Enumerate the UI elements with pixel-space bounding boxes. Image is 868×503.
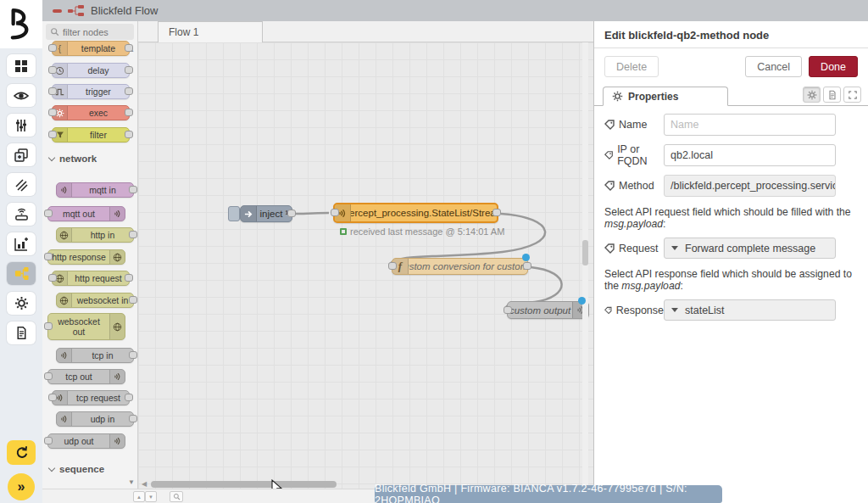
tab-properties[interactable]: Properties (603, 87, 728, 106)
node-port[interactable] (129, 351, 137, 359)
app-root: Blickfeld Flow (0, 0, 868, 503)
node-port[interactable] (125, 66, 133, 74)
node-port[interactable] (125, 87, 133, 95)
palette-category-sequence[interactable]: sequence (49, 464, 104, 474)
node-port[interactable] (48, 131, 57, 138)
palette-node-tcp-out[interactable]: tcp out (47, 369, 125, 384)
node-port[interactable] (48, 394, 57, 401)
settings-button[interactable] (7, 292, 36, 315)
palette-node-filter[interactable]: filter (52, 127, 130, 143)
canvas-horizontal-scrollbar-thumb[interactable] (151, 481, 337, 488)
palette-node-http-response[interactable]: http response (47, 249, 125, 265)
expand-editor-button[interactable] (843, 87, 861, 103)
search-flows-button[interactable] (170, 491, 183, 502)
canvas-node-custom-output[interactable]: custom output (507, 301, 589, 319)
signal-icon (109, 207, 125, 221)
palette-node-mqtt-out[interactable]: mqtt out (47, 206, 125, 221)
inject-trigger-button[interactable] (228, 206, 240, 221)
palette-node-exec[interactable]: exec (52, 105, 130, 120)
gear-icon (807, 90, 817, 100)
scroll-left-icon[interactable]: ◀ (142, 480, 147, 488)
flow-editor-button[interactable] (7, 262, 36, 285)
node-port[interactable] (48, 66, 57, 74)
expand-sidebar-button[interactable]: » (8, 473, 35, 500)
dashboard-button[interactable] (7, 54, 36, 77)
node-port[interactable] (287, 210, 296, 217)
node-port[interactable] (388, 262, 397, 270)
node-port[interactable] (48, 44, 57, 52)
canvas-node-percept-method[interactable]: percept_processing.StateList/Stream (333, 203, 498, 223)
refresh-button[interactable] (7, 440, 36, 465)
palette-node-websocket-in[interactable]: websocket in (56, 293, 134, 308)
palette-node-template[interactable]: { template (52, 41, 130, 56)
node-port[interactable] (125, 131, 133, 138)
double-chevron-icon: » (18, 479, 25, 495)
node-port[interactable] (44, 437, 53, 444)
device-button[interactable] (7, 203, 36, 226)
node-port[interactable] (492, 209, 501, 216)
node-port[interactable] (48, 87, 57, 95)
host-input[interactable] (664, 144, 836, 166)
tune-button[interactable] (7, 114, 36, 137)
palette-search-input[interactable] (63, 27, 129, 37)
palette-node-delay[interactable]: delay (52, 63, 130, 78)
palette-node-mqtt-in[interactable]: mqtt in (56, 182, 134, 198)
palette-category-network[interactable]: network (49, 154, 97, 164)
palette-node-trigger[interactable]: trigger (52, 84, 130, 99)
method-value[interactable]: /blickfeld.percept_processing.services.S… (664, 175, 836, 197)
palette-node-tcp-request[interactable]: tcp request (52, 390, 130, 405)
palette-node-tcp-in[interactable]: tcp in (56, 348, 134, 363)
node-port[interactable] (125, 274, 133, 282)
node-port[interactable] (523, 262, 531, 270)
flow-canvas[interactable]: inject ¹ percept_processing.StateList/St… (138, 42, 593, 489)
node-port[interactable] (129, 231, 137, 238)
node-port[interactable] (125, 109, 133, 116)
request-dropdown[interactable]: Forward complete message (664, 238, 836, 259)
node-port[interactable] (44, 372, 53, 380)
node-port[interactable] (125, 394, 133, 401)
node-port[interactable] (44, 253, 53, 260)
done-button[interactable]: Done (809, 56, 858, 77)
node-port[interactable] (48, 109, 57, 116)
palette-node-udp-out[interactable]: udp out (47, 433, 125, 449)
canvas-node-custom-conversion[interactable]: f custom conversion for customer (392, 258, 528, 275)
palette-node-websocket-out[interactable]: websocket out (47, 313, 125, 340)
tab-flow-1[interactable]: Flow 1 (158, 21, 263, 42)
node-port[interactable] (44, 210, 53, 217)
tag-icon (604, 120, 615, 130)
palette-collapse-button[interactable]: ▲ (133, 491, 145, 502)
canvas-node-inject[interactable]: inject ¹ (240, 205, 292, 222)
canvas-vertical-scrollbar[interactable] (582, 42, 588, 489)
record-add-button[interactable] (7, 143, 36, 166)
canvas-vertical-scrollbar-thumb[interactable] (582, 240, 588, 265)
node-settings-button[interactable] (803, 87, 821, 103)
flow-icon (14, 266, 29, 281)
node-port[interactable] (129, 415, 137, 422)
palette-expand-button[interactable]: ▼ (145, 491, 157, 502)
response-dropdown[interactable]: stateList (664, 299, 836, 321)
mouse-cursor (271, 479, 283, 489)
node-description-button[interactable] (823, 87, 841, 103)
eye-icon (14, 90, 29, 102)
document-button[interactable] (7, 321, 36, 344)
name-input[interactable] (664, 114, 836, 136)
palette-node-http-in[interactable]: http in (56, 227, 134, 243)
hatch-button[interactable] (7, 173, 36, 196)
chart-add-button[interactable] (7, 232, 36, 255)
viewer-button[interactable] (7, 84, 36, 107)
node-port[interactable] (504, 306, 512, 314)
expand-icon (848, 90, 858, 100)
palette-search[interactable] (46, 24, 134, 40)
node-port[interactable] (125, 44, 133, 52)
node-port[interactable] (48, 274, 57, 282)
node-port[interactable] (331, 209, 339, 216)
delete-button[interactable]: Delete (604, 56, 659, 77)
node-port[interactable] (129, 296, 137, 304)
palette-node-udp-in[interactable]: udp in (56, 411, 134, 427)
cancel-button[interactable]: Cancel (745, 56, 802, 77)
palette-scroll-down-icon[interactable]: ▼ (128, 478, 135, 486)
node-port[interactable] (44, 322, 53, 330)
palette-node-http-request[interactable]: http request (52, 271, 130, 286)
node-port[interactable] (129, 186, 137, 193)
signal-icon (57, 412, 72, 426)
